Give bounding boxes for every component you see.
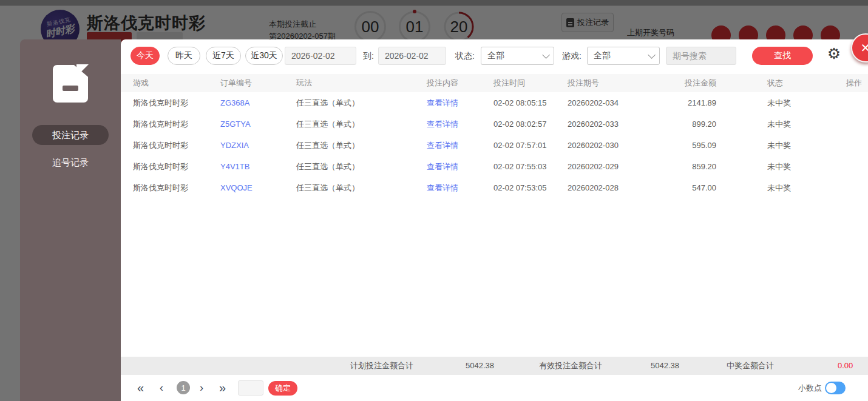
range-yesterday-button[interactable]: 昨天 — [168, 47, 200, 65]
view-details-link[interactable]: 查看详情 — [427, 140, 493, 151]
col-order-id: 订单编号 — [220, 78, 296, 89]
pagination-bar: « ‹ 1 › » 确定 小数点 — [121, 375, 868, 401]
cell-period: 20260202-034 — [568, 98, 656, 107]
close-icon: ✕ — [861, 41, 868, 55]
status-filter-label: 状态: — [455, 47, 475, 65]
planned-total-value: 5042.38 — [466, 357, 494, 375]
range-today-button[interactable]: 今天 — [131, 47, 160, 65]
cell-game: 斯洛伐克时时彩 — [133, 161, 220, 172]
cell-play: 任三直选（单式） — [296, 119, 427, 130]
game-filter-label: 游戏: — [562, 47, 581, 65]
summary-bar: 计划投注金额合计 5042.38 有效投注金额合计 5042.38 中奖金额合计… — [121, 357, 868, 375]
view-details-link[interactable]: 查看详情 — [427, 183, 493, 194]
view-details-link[interactable]: 查看详情 — [427, 98, 493, 109]
col-action: 操作 — [801, 78, 862, 89]
modal-sidebar: 投注记录 追号记录 — [20, 39, 121, 401]
cell-status: 未中奖 — [716, 140, 801, 151]
win-total-label: 中奖金额合计 — [727, 357, 774, 375]
page-jump-input[interactable] — [238, 380, 263, 396]
cell-period: 20260202-029 — [568, 162, 656, 171]
date-to-label: 到: — [363, 47, 374, 65]
cell-period: 20260202-030 — [568, 141, 656, 150]
records-document-icon — [53, 65, 88, 103]
planned-total-label: 计划投注金额合计 — [350, 357, 413, 375]
cell-play: 任三直选（单式） — [296, 98, 427, 109]
sidebar-item-chase-records[interactable]: 追号记录 — [32, 152, 109, 172]
col-amount: 投注金额 — [656, 78, 716, 89]
table-body: 斯洛伐克时时彩 ZG368A 任三直选（单式） 查看详情 02-02 08:05… — [121, 92, 868, 198]
win-total-value: 0.00 — [838, 357, 853, 375]
toggle-knob — [826, 383, 836, 393]
bet-records-modal: 今天 昨天 近7天 近30天 到: 状态: 全部 游戏: 全部 查找 ⚙ 游戏 … — [121, 39, 868, 401]
valid-total-label: 有效投注金额合计 — [539, 357, 602, 375]
col-game: 游戏 — [133, 78, 220, 89]
range-7days-button[interactable]: 近7天 — [206, 47, 241, 65]
table-row: 斯洛伐克时时彩 XVQOJE 任三直选（单式） 查看详情 02-02 07:53… — [121, 177, 868, 198]
decimal-toggle[interactable] — [825, 382, 846, 394]
settings-gear-icon[interactable]: ⚙ — [826, 45, 842, 63]
cell-period: 20260202-028 — [568, 183, 656, 192]
order-id-link[interactable]: YDZXIA — [220, 141, 296, 150]
cell-game: 斯洛伐克时时彩 — [133, 119, 220, 130]
cell-game: 斯洛伐克时时彩 — [133, 183, 220, 194]
cell-status: 未中奖 — [716, 161, 801, 172]
prev-page-button[interactable]: ‹ — [160, 375, 163, 401]
cell-time: 02-02 07:57:01 — [493, 141, 568, 150]
table-row: 斯洛伐克时时彩 Y4V1TB 任三直选（单式） 查看详情 02-02 07:55… — [121, 156, 868, 177]
cell-time: 02-02 08:02:57 — [493, 120, 568, 129]
valid-total-value: 5042.38 — [651, 357, 679, 375]
cell-time: 02-02 07:53:05 — [493, 183, 568, 192]
table-row: 斯洛伐克时时彩 ZG368A 任三直选（单式） 查看详情 02-02 08:05… — [121, 92, 868, 113]
col-period: 投注期号 — [568, 78, 656, 89]
cell-status: 未中奖 — [716, 98, 801, 109]
period-search-input[interactable] — [666, 47, 736, 65]
date-to-input[interactable] — [378, 47, 446, 65]
decimal-toggle-label: 小数点 — [798, 375, 822, 401]
view-details-link[interactable]: 查看详情 — [427, 161, 493, 172]
view-details-link[interactable]: 查看详情 — [427, 119, 493, 130]
table-row: 斯洛伐克时时彩 Z5GTYA 任三直选（单式） 查看详情 02-02 08:02… — [121, 113, 868, 135]
page-jump-confirm-button[interactable]: 确定 — [268, 381, 297, 396]
order-id-link[interactable]: Z5GTYA — [220, 120, 296, 129]
current-page-indicator[interactable]: 1 — [177, 381, 190, 394]
game-select[interactable]: 全部 — [587, 47, 660, 65]
order-id-link[interactable]: XVQOJE — [220, 183, 296, 192]
cell-status: 未中奖 — [716, 183, 801, 194]
cell-time: 02-02 07:55:03 — [493, 162, 568, 171]
cell-amount: 595.09 — [656, 141, 716, 150]
status-select[interactable]: 全部 — [481, 47, 554, 65]
sidebar-item-bet-records[interactable]: 投注记录 — [32, 125, 109, 145]
cell-amount: 547.00 — [656, 183, 716, 192]
first-page-button[interactable]: « — [137, 375, 144, 401]
table-header: 游戏 订单编号 玩法 投注内容 投注时间 投注期号 投注金额 状态 操作 — [121, 74, 868, 92]
cell-amount: 859.20 — [656, 162, 716, 171]
order-id-link[interactable]: Y4V1TB — [220, 162, 296, 171]
last-page-button[interactable]: » — [219, 375, 226, 401]
next-page-button[interactable]: › — [200, 375, 203, 401]
cell-play: 任三直选（单式） — [296, 140, 427, 151]
col-time: 投注时间 — [493, 78, 568, 89]
cell-status: 未中奖 — [716, 119, 801, 130]
screen: 斯洛伐克 时时彩 斯洛伐克时时彩 本期投注截止 第20260202-057期 0… — [0, 0, 868, 401]
date-from-input[interactable] — [285, 47, 356, 65]
cell-play: 任三直选（单式） — [296, 161, 427, 172]
col-content: 投注内容 — [427, 78, 493, 89]
col-status: 状态 — [716, 78, 801, 89]
cell-time: 02-02 08:05:15 — [493, 98, 568, 107]
chevron-down-icon — [542, 51, 550, 59]
cell-period: 20260202-033 — [568, 120, 656, 129]
cell-game: 斯洛伐克时时彩 — [133, 98, 220, 109]
cell-play: 任三直选（单式） — [296, 183, 427, 194]
chevron-down-icon — [648, 51, 656, 59]
cell-amount: 2141.89 — [656, 98, 716, 107]
cell-game: 斯洛伐克时时彩 — [133, 140, 220, 151]
order-id-link[interactable]: ZG368A — [220, 98, 296, 107]
table-row: 斯洛伐克时时彩 YDZXIA 任三直选（单式） 查看详情 02-02 07:57… — [121, 135, 868, 156]
search-button[interactable]: 查找 — [752, 47, 813, 65]
cell-amount: 899.20 — [656, 120, 716, 129]
range-30days-button[interactable]: 近30天 — [245, 47, 283, 65]
col-play: 玩法 — [296, 78, 427, 89]
